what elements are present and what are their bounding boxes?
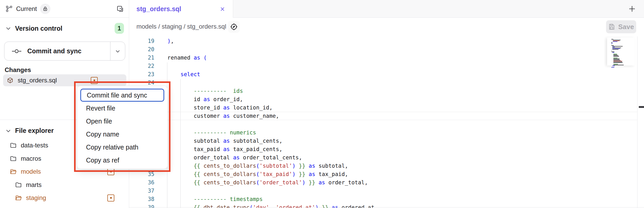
save-floppy-icon: [608, 23, 615, 30]
tab-bar: stg_orders.sql: [129, 0, 644, 18]
code-line: [167, 62, 374, 70]
minimap[interactable]: [607, 37, 635, 66]
code-line: ---------- ids: [167, 87, 374, 95]
folder-icon: [10, 142, 17, 149]
sidebar-item-models[interactable]: models: [10, 168, 132, 175]
changed-file-row[interactable]: stg_orders.sql: [3, 74, 126, 86]
line-number: 20: [129, 45, 154, 54]
minimap-line: [613, 55, 617, 55]
scrollbar-indicator[interactable]: [639, 106, 644, 108]
minimap-line: [612, 66, 615, 66]
commit-and-sync-button[interactable]: Commit and sync: [4, 42, 125, 61]
code-line: [167, 45, 374, 54]
modified-file-badge: [107, 194, 114, 202]
minimap-line: [613, 56, 619, 57]
chevron-down-icon: [115, 48, 121, 54]
save-label: Save: [618, 23, 634, 31]
chevron-down-icon: [5, 128, 11, 134]
minimap-line: [612, 48, 621, 48]
context-menu-item-open-file[interactable]: Open file: [80, 115, 164, 128]
copy-files-button[interactable]: [116, 5, 124, 13]
minimap-line: [613, 61, 622, 61]
minimap-line: [613, 62, 622, 62]
line-number: 23: [129, 70, 154, 79]
save-button[interactable]: Save: [606, 20, 636, 33]
code-line: [167, 187, 374, 195]
modified-file-badge: [107, 168, 114, 175]
minimap-line: [613, 65, 624, 65]
git-commit-icon: [12, 48, 22, 54]
code-line: order_total as order_total_cents,: [167, 153, 374, 162]
minimap-line: [613, 54, 617, 54]
minimap-line: [613, 64, 618, 64]
changes-label: Changes: [5, 66, 31, 74]
sidebar-item-staging[interactable]: staging: [15, 194, 137, 202]
minimap-line: [613, 58, 620, 59]
folder-open-icon: [10, 168, 17, 175]
minimap-line: [613, 59, 620, 60]
tree-item-label: marts: [26, 181, 42, 188]
tree-item-label: models: [21, 168, 41, 175]
code-line: renamed as (: [167, 54, 374, 62]
code-line: ---------- timestamps: [167, 195, 374, 203]
context-menu-item-commit-file-and-sync[interactable]: Commit file and sync: [80, 89, 164, 102]
close-icon[interactable]: [219, 6, 226, 12]
commit-options-dropdown[interactable]: [110, 42, 125, 60]
minimap-line: [611, 39, 613, 40]
minimap-line: [612, 48, 620, 49]
code-line: ),: [167, 37, 374, 45]
tab-label: stg_orders.sql: [136, 5, 219, 13]
git-branch-icon: [5, 5, 13, 13]
folder-icon: [15, 181, 22, 188]
minimap-line: [611, 43, 613, 43]
minimap-line: [612, 49, 619, 50]
file-context-menu: Commit file and syncRevert fileOpen file…: [77, 86, 168, 169]
code-content[interactable]: ), renamed as ( select ---------- ids id…: [167, 37, 374, 208]
compass-icon: [230, 23, 238, 31]
code-line: [167, 120, 374, 128]
minimap-line: [612, 46, 623, 47]
branch-bar: Current: [0, 0, 129, 18]
navigate-button[interactable]: [228, 21, 240, 33]
tree-item-label: data-tests: [21, 142, 48, 149]
minimap-line: [611, 44, 612, 44]
breadcrumb: models / staging / stg_orders.sql: [136, 23, 226, 30]
chevron-down-icon: [5, 25, 11, 31]
lock-badge: [40, 4, 50, 14]
version-control-section-header[interactable]: Version control 1: [0, 23, 129, 34]
code-line: {{ cents_to_dollars('subtotal') }} as su…: [167, 162, 374, 170]
copy-files-icon: [116, 5, 124, 13]
code-line: [167, 79, 374, 87]
context-menu-item-copy-name[interactable]: Copy name: [80, 128, 164, 141]
changed-file-name: stg_orders.sql: [18, 77, 57, 84]
file-explorer-title: File explorer: [15, 127, 54, 134]
sidebar-item-marts[interactable]: marts: [15, 181, 137, 188]
lock-icon: [43, 6, 48, 11]
commit-and-sync-label: Commit and sync: [27, 47, 81, 55]
minimap-line: [613, 62, 623, 63]
line-number: 22: [129, 62, 154, 70]
minimap-line: [613, 40, 621, 40]
breadcrumb-bar: models / staging / stg_orders.sql Save: [129, 18, 644, 36]
tab-stg-orders[interactable]: stg_orders.sql: [129, 0, 233, 18]
minimap-line: [612, 47, 615, 47]
plus-icon: [628, 5, 636, 13]
line-number: 19: [129, 37, 154, 45]
new-tab-button[interactable]: [627, 4, 637, 14]
context-menu-item-revert-file[interactable]: Revert file: [80, 102, 164, 115]
minimap-line: [612, 52, 614, 53]
folder-open-icon: [15, 194, 22, 201]
context-menu-item-copy-relative-path[interactable]: Copy relative path: [80, 141, 164, 154]
minimap-line: [611, 45, 614, 46]
line-number: 21: [129, 54, 154, 62]
code-editor[interactable]: 1920212223242526272829303132333435363738…: [129, 36, 644, 208]
minimap-line: [613, 41, 620, 41]
tree-item-label: macros: [21, 155, 41, 162]
folder-icon: [10, 155, 17, 162]
minimap-line: [611, 51, 614, 52]
code-line: store_id as location_id,: [167, 103, 374, 112]
code-line: id as order_id,: [167, 95, 374, 103]
minimap-line: [611, 42, 612, 43]
context-menu-item-copy-as-ref[interactable]: Copy as ref: [80, 154, 164, 167]
code-line: {{ cents_to_dollars('tax_paid') }} as ta…: [167, 170, 374, 178]
